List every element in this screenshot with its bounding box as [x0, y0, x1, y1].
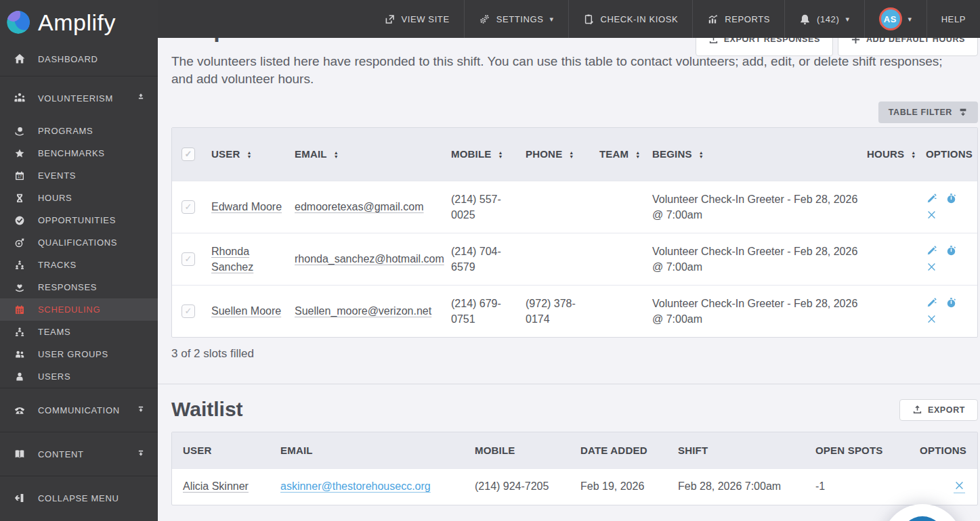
- col-team[interactable]: TEAM▲▼: [599, 128, 652, 181]
- email-link[interactable]: Suellen_moore@verizon.net: [295, 305, 431, 317]
- col-email[interactable]: EMAIL▲▼: [295, 128, 451, 181]
- sidebar-item-label: PROGRAMS: [38, 126, 93, 136]
- email-cell: edmooretexas@gmail.com: [295, 181, 451, 233]
- edit-icon[interactable]: [926, 193, 937, 204]
- sidebar-item-opportunities[interactable]: OPPORTUNITIES: [0, 209, 158, 231]
- row-checkbox[interactable]: ✓: [182, 304, 195, 318]
- sidebar-item-label: RESPONSES: [38, 282, 97, 292]
- responses-table: ✓ USER▲▼ EMAIL▲▼ MOBILE▲▼ PHONE▲▼ TEAM▲▼…: [172, 128, 977, 337]
- hands-heart-icon: [11, 282, 28, 293]
- col-email-label: EMAIL: [295, 148, 327, 160]
- notifications-menu[interactable]: (142) ▾: [784, 0, 864, 38]
- sidebar-item-benchmarks[interactable]: BENCHMARKS: [0, 142, 158, 164]
- sidebar-item-qualifications[interactable]: QUALIFICATIONS: [0, 231, 158, 254]
- waitlist-header: Waitlist EXPORT: [171, 398, 978, 421]
- col-mobile[interactable]: MOBILE▲▼: [451, 128, 526, 181]
- help-button[interactable]: HELP: [926, 0, 980, 38]
- view-site-button[interactable]: VIEW SITE: [370, 0, 464, 38]
- user-icon: [11, 371, 28, 382]
- col-options: OPTIONS: [912, 432, 977, 469]
- sidebar-item-dashboard[interactable]: DASHBOARD: [0, 42, 158, 76]
- sidebar-item-scheduling[interactable]: SCHEDULING: [0, 298, 158, 321]
- email-link[interactable]: rhonda_sanchez@hotmail.com: [295, 253, 444, 265]
- brand-logo[interactable]: Amplify: [0, 0, 158, 42]
- sidebar-item-programs[interactable]: PROGRAMS: [0, 120, 158, 142]
- email-cell: askinner@thestorehousecc.org: [280, 469, 475, 505]
- begins-cell: Volunteer Check-In Greeter - Feb 28, 202…: [652, 233, 867, 285]
- sidebar-item-label: COLLAPSE MENU: [38, 493, 119, 503]
- delete-icon[interactable]: [954, 480, 965, 493]
- col-begins-label: BEGINS: [652, 148, 692, 160]
- sort-icon[interactable]: ▲▼: [635, 151, 640, 159]
- select-all-cell: ✓: [172, 128, 211, 181]
- timer-icon[interactable]: [945, 193, 957, 204]
- sidebar-item-label: EVENTS: [38, 171, 76, 181]
- sidebar-item-collapse-menu[interactable]: COLLAPSE MENU: [0, 476, 158, 520]
- sort-icon[interactable]: ▲▼: [498, 151, 503, 159]
- row-checkbox[interactable]: ✓: [182, 252, 195, 266]
- timer-icon[interactable]: [945, 245, 957, 256]
- sidebar-item-tracks[interactable]: TRACKS: [0, 254, 158, 276]
- help-label: HELP: [941, 14, 966, 24]
- view-site-label: VIEW SITE: [402, 14, 450, 24]
- sort-icon[interactable]: ▲▼: [247, 151, 251, 159]
- expand-section-icon[interactable]: [136, 448, 146, 460]
- table-filter-button[interactable]: TABLE FILTER: [878, 101, 978, 123]
- col-shift-label: SHIFT: [678, 445, 708, 456]
- reports-button[interactable]: REPORTS: [692, 0, 784, 38]
- hours-cell: [867, 233, 926, 285]
- sidebar-item-label: OPPORTUNITIES: [38, 215, 116, 225]
- user-link[interactable]: Rhonda Sanchez: [211, 246, 253, 273]
- edit-icon[interactable]: [926, 245, 937, 256]
- account-menu[interactable]: AS ▾: [864, 0, 926, 38]
- sort-icon[interactable]: ▲▼: [911, 151, 916, 159]
- delete-icon[interactable]: [926, 209, 937, 221]
- waitlist-title: Waitlist: [171, 398, 243, 421]
- col-phone[interactable]: PHONE▲▼: [526, 128, 599, 181]
- sidebar-item-content[interactable]: CONTENT: [0, 432, 158, 476]
- sort-icon[interactable]: ▲▼: [699, 151, 704, 159]
- team-cell: [599, 181, 652, 233]
- responses-header-row: ✓ USER▲▼ EMAIL▲▼ MOBILE▲▼ PHONE▲▼ TEAM▲▼…: [172, 128, 977, 181]
- col-options-label: OPTIONS: [920, 445, 966, 456]
- checkin-kiosk-button[interactable]: CHECK-IN KIOSK: [568, 0, 693, 38]
- col-user[interactable]: USER▲▼: [211, 128, 295, 181]
- edit-icon[interactable]: [926, 297, 937, 309]
- clipboard-pencil-icon: [583, 14, 595, 25]
- col-date-added: DATE ADDED: [580, 432, 678, 469]
- user-link[interactable]: Edward Moore: [211, 201, 282, 212]
- collapse-section-icon[interactable]: [136, 92, 146, 104]
- caret-down-icon: ▾: [845, 15, 849, 24]
- user-link[interactable]: Suellen Moore: [211, 305, 281, 317]
- delete-icon[interactable]: [926, 261, 937, 273]
- select-all-checkbox[interactable]: ✓: [182, 148, 195, 161]
- email-link[interactable]: edmooretexas@gmail.com: [295, 201, 424, 212]
- sort-icon[interactable]: ▲▼: [569, 151, 574, 159]
- timer-icon[interactable]: [945, 297, 957, 309]
- sidebar-item-volunteerism[interactable]: VOLUNTEERISM: [0, 76, 158, 120]
- sort-icon[interactable]: ▲▼: [334, 151, 339, 159]
- avatar[interactable]: AS: [879, 7, 902, 30]
- delete-icon[interactable]: [926, 313, 937, 325]
- check-icon: ✓: [185, 303, 192, 319]
- row-checkbox[interactable]: ✓: [182, 200, 195, 214]
- sidebar-item-events[interactable]: 17 EVENTS: [0, 164, 158, 187]
- expand-section-icon[interactable]: [136, 404, 146, 416]
- waitlist-export-button[interactable]: EXPORT: [899, 399, 978, 421]
- email-link[interactable]: askinner@thestorehousecc.org: [280, 480, 431, 492]
- sidebar-item-teams[interactable]: TEAMS: [0, 321, 158, 343]
- sidebar-item-label: CONTENT: [38, 449, 84, 459]
- slots-filled-text: 3 of 2 slots filled: [171, 347, 980, 384]
- user-link[interactable]: Alicia Skinner: [183, 480, 249, 492]
- sidebar-item-user-groups[interactable]: USER GROUPS: [0, 343, 158, 365]
- phone-cell: (972) 378-0174: [526, 285, 599, 337]
- col-hours[interactable]: HOURS▲▼: [867, 128, 926, 181]
- settings-menu[interactable]: SETTINGS ▾: [464, 0, 568, 38]
- sidebar-item-users[interactable]: USERS: [0, 365, 158, 388]
- table-row: ✓ Suellen Moore Suellen_moore@verizon.ne…: [172, 285, 977, 337]
- volunteers-icon: [11, 92, 28, 104]
- sidebar-item-responses[interactable]: RESPONSES: [0, 276, 158, 298]
- col-begins[interactable]: BEGINS▲▼: [652, 128, 867, 181]
- sidebar-item-communication[interactable]: COMMUNICATION: [0, 388, 158, 432]
- sidebar-item-hours[interactable]: HOURS: [0, 187, 158, 209]
